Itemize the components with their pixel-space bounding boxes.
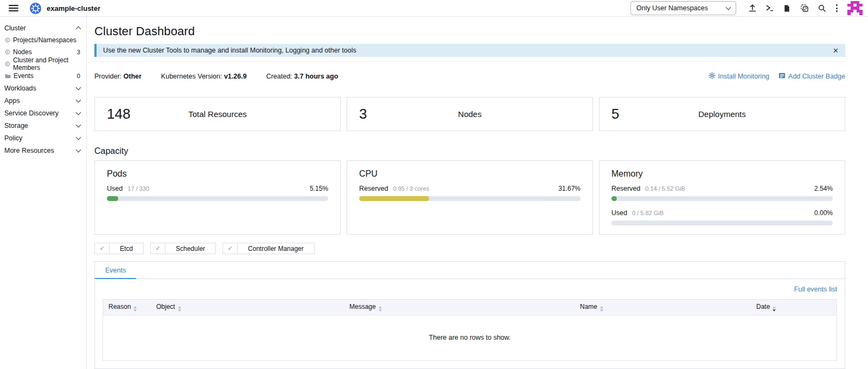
pods-title: Pods	[107, 169, 328, 179]
kubectl-shell-icon[interactable]	[765, 4, 774, 13]
pods-capacity-card: Pods Used 17 / 330 5.15%	[94, 160, 341, 235]
progress-track	[359, 196, 580, 201]
namespace-filter-dropdown[interactable]: Only User Namespaces	[630, 1, 736, 15]
tab-row: Events	[95, 262, 845, 279]
cluster-name: example-cluster	[47, 4, 100, 12]
events-table: Reason Object Message Name Date There ar…	[103, 299, 837, 361]
page-title: Cluster Dashboard	[94, 24, 845, 38]
cluster-tools-banner: Use the new Cluster Tools to manage and …	[94, 44, 845, 57]
sort-icon	[133, 306, 137, 312]
nodes-value: 3	[359, 106, 367, 122]
sidebar-item-label: Events	[14, 72, 34, 80]
chevron-down-icon	[76, 134, 81, 140]
empty-row: There are no rows to show.	[103, 315, 837, 360]
progress-fill	[611, 196, 617, 201]
pods-used-gauge: Used 17 / 330 5.15%	[107, 185, 328, 201]
kubernetes-version-info: Kubernetes Version: v1.26.9	[161, 73, 247, 80]
check-icon: ✓	[151, 243, 165, 254]
deployments-value: 5	[611, 106, 619, 122]
total-resources-label: Total Resources	[188, 109, 247, 119]
sidebar: Cluster Projects/Namespaces Nodes 3 Clus…	[0, 17, 87, 369]
resource-icon	[5, 49, 10, 55]
kebab-menu-icon[interactable]	[834, 4, 839, 12]
chevron-down-icon	[76, 109, 81, 115]
user-avatar[interactable]	[847, 1, 863, 15]
progress-fill	[359, 196, 429, 201]
column-header-reason[interactable]: Reason	[103, 300, 151, 315]
sidebar-item-label: Nodes	[13, 48, 32, 56]
check-icon: ✓	[223, 243, 238, 254]
scheduler-status-badge[interactable]: ✓ Scheduler	[150, 243, 216, 254]
file-icon[interactable]	[782, 4, 792, 13]
capacity-row: Pods Used 17 / 330 5.15% CPU Reser	[94, 160, 845, 235]
column-header-message[interactable]: Message	[344, 300, 575, 315]
sidebar-section-apps[interactable]: Apps	[0, 94, 86, 107]
sidebar-section-service-discovery[interactable]: Service Discovery	[0, 107, 86, 119]
component-status-row: ✓ Etcd ✓ Scheduler ✓ Controller Manager	[94, 243, 845, 254]
cluster-info-row: Provider: Other Kubernetes Version: v1.2…	[94, 72, 845, 81]
nodes-card: 3 Nodes	[347, 97, 593, 131]
column-header-object[interactable]: Object	[151, 300, 344, 315]
memory-capacity-card: Memory Reserved 0.14 / 5.52 GiB 2.54% Us…	[599, 160, 845, 235]
deployments-card: 5 Deployments	[599, 97, 845, 131]
resource-icon	[5, 37, 10, 43]
sort-icon	[379, 306, 382, 312]
events-panel: Events Full events list Reason Object Me…	[94, 261, 845, 369]
progress-track	[611, 221, 833, 225]
full-events-list-link[interactable]: Full events list	[103, 286, 837, 293]
sidebar-section-workloads[interactable]: Workloads	[0, 82, 86, 94]
progress-track	[611, 196, 833, 201]
banner-text: Use the new Cluster Tools to manage and …	[103, 47, 356, 54]
chevron-down-icon	[76, 122, 81, 127]
install-monitoring-link[interactable]: Install Monitoring	[709, 72, 770, 81]
upload-icon[interactable]	[748, 4, 757, 13]
tab-events[interactable]: Events	[95, 262, 136, 279]
sidebar-item-projects-namespaces[interactable]: Projects/Namespaces	[0, 34, 86, 46]
memory-reserved-gauge: Reserved 0.14 / 5.52 GiB 2.54%	[611, 185, 833, 201]
chevron-down-icon	[76, 85, 81, 90]
sort-icon	[773, 306, 776, 312]
sidebar-section-more-resources[interactable]: More Resources	[0, 144, 86, 157]
search-icon[interactable]	[817, 4, 826, 13]
sidebar-item-count: 3	[77, 49, 80, 55]
capacity-heading: Capacity	[94, 146, 845, 156]
cpu-title: CPU	[359, 169, 580, 179]
memory-title: Memory	[611, 169, 833, 179]
table-header-row: Reason Object Message Name Date	[103, 300, 837, 315]
controller-manager-status-badge[interactable]: ✓ Controller Manager	[222, 243, 315, 254]
provider-info: Provider: Other	[94, 73, 142, 80]
progress-track	[107, 196, 328, 201]
sidebar-item-cluster-members[interactable]: Cluster and Project Members	[0, 58, 86, 70]
chevron-down-icon	[76, 147, 81, 152]
sidebar-section-label: Policy	[4, 134, 22, 142]
sidebar-section-storage[interactable]: Storage	[0, 119, 86, 132]
app-header: example-cluster Only User Namespaces	[0, 0, 868, 17]
add-cluster-badge-link[interactable]: Add Cluster Badge	[778, 72, 845, 81]
column-header-name[interactable]: Name	[575, 300, 751, 315]
sidebar-item-events[interactable]: Events 0	[0, 70, 86, 82]
sidebar-item-label: Projects/Namespaces	[13, 36, 76, 44]
check-icon: ✓	[95, 243, 110, 254]
sort-icon	[178, 306, 181, 312]
copy-icon[interactable]	[800, 4, 809, 13]
memory-used-gauge: Used 0 / 5.82 GiB 0.00%	[611, 209, 833, 225]
progress-fill	[107, 196, 118, 201]
sidebar-section-cluster[interactable]: Cluster	[0, 22, 86, 34]
etcd-status-badge[interactable]: ✓ Etcd	[94, 243, 144, 254]
sidebar-item-count: 0	[77, 73, 80, 79]
badge-icon	[778, 72, 786, 81]
chevron-down-icon	[76, 97, 81, 102]
hamburger-menu-icon[interactable]	[9, 5, 18, 11]
column-header-date[interactable]: Date	[751, 300, 837, 315]
total-resources-value: 148	[107, 106, 130, 122]
gear-icon	[709, 72, 716, 81]
namespace-filter-value: Only User Namespaces	[636, 4, 708, 12]
close-icon[interactable]: ✕	[833, 47, 839, 54]
sidebar-section-label: Apps	[4, 97, 20, 105]
sidebar-section-label: More Resources	[4, 147, 54, 154]
sidebar-section-label: Service Discovery	[4, 109, 59, 117]
divider	[94, 61, 845, 62]
kubernetes-logo-icon	[29, 2, 42, 15]
sidebar-section-policy[interactable]: Policy	[0, 132, 86, 144]
folder-icon	[5, 74, 11, 79]
